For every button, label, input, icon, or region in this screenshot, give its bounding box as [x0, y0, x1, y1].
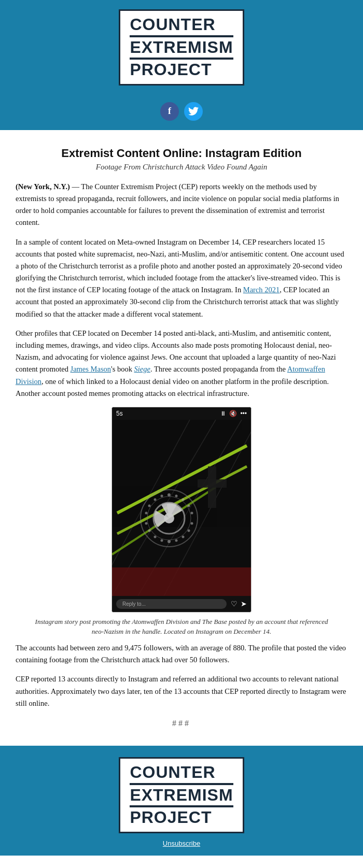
- logo-line2: EXTREMISM: [130, 39, 233, 56]
- footer-logo: COUNTER EXTREMISM PROJECT: [119, 757, 244, 833]
- reaction-icons: ♡ ➤: [231, 600, 247, 608]
- paragraph-4: The accounts had between zero and 9,475 …: [16, 642, 347, 666]
- article-body: Extremist Content Online: Instagram Edit…: [0, 141, 363, 746]
- siege-link[interactable]: Siege: [134, 365, 150, 373]
- logo-line3: PROJECT: [130, 61, 233, 79]
- logo: COUNTER EXTREMISM PROJECT: [119, 9, 244, 86]
- svg-point-20: [148, 504, 151, 507]
- footer-logo-line2: EXTREMISM: [130, 787, 233, 804]
- volume-icon: 🔇: [229, 410, 237, 417]
- svg-rect-9: [198, 479, 227, 488]
- facebook-icon[interactable]: f: [160, 102, 179, 121]
- logo-divider2: [130, 58, 233, 60]
- paragraph-3: Other profiles that CEP located on Decem…: [16, 328, 347, 400]
- para3-part2: 's book: [111, 365, 134, 373]
- insta-top-bar: 5s ⏸ 🔇 •••: [112, 407, 251, 420]
- svg-point-14: [167, 493, 171, 496]
- svg-point-25: [188, 529, 190, 532]
- facebook-label: f: [168, 106, 171, 117]
- insta-image-svg: [112, 420, 252, 596]
- svg-point-29: [175, 539, 178, 542]
- separator: ###: [16, 719, 347, 728]
- insta-icons: ⏸ 🔇 •••: [220, 410, 247, 417]
- svg-point-30: [161, 539, 163, 542]
- insta-bottom-bar: Reply to... ♡ ➤: [112, 596, 251, 612]
- svg-point-22: [145, 511, 148, 514]
- page-footer: COUNTER EXTREMISM PROJECT Unsubscribe: [0, 746, 363, 856]
- svg-point-16: [161, 494, 163, 497]
- twitter-bird-icon: [188, 107, 199, 116]
- article-subtitle: Footage From Christchurch Attack Video F…: [16, 163, 347, 172]
- svg-point-19: [188, 504, 190, 507]
- article-title: Extremist Content Online: Instagram Edit…: [16, 147, 347, 160]
- svg-point-27: [182, 535, 185, 538]
- send-icon: ➤: [241, 600, 247, 608]
- insta-image-area: [112, 420, 252, 596]
- march-2021-link[interactable]: March 2021: [243, 286, 280, 294]
- svg-point-21: [191, 511, 193, 514]
- svg-point-31: [167, 540, 171, 543]
- image-caption: Instagram story post promoting the Atomw…: [31, 617, 332, 637]
- reply-placeholder: Reply to...: [122, 601, 146, 607]
- spacer: [0, 130, 363, 141]
- footer-logo-line3: PROJECT: [130, 809, 233, 827]
- footer-logo-divider2: [130, 805, 233, 807]
- footer-logo-line1: COUNTER: [130, 764, 233, 781]
- svg-point-15: [175, 494, 178, 497]
- page-header: COUNTER EXTREMISM PROJECT: [0, 0, 363, 95]
- svg-point-18: [154, 498, 157, 501]
- reply-box[interactable]: Reply to...: [116, 599, 227, 609]
- unsubscribe-link[interactable]: Unsubscribe: [163, 839, 200, 847]
- instagram-screenshot: 5s ⏸ 🔇 •••: [111, 407, 252, 613]
- logo-divider1: [130, 35, 233, 37]
- logo-line1: COUNTER: [130, 16, 233, 34]
- paragraph-intro: (New York, N.Y.) — The Counter Extremism…: [16, 181, 347, 229]
- svg-point-24: [145, 522, 148, 524]
- social-bar: f: [0, 95, 363, 130]
- more-icon: •••: [240, 410, 247, 417]
- svg-point-28: [154, 535, 157, 538]
- paragraph-2: In a sample of content located on Meta-o…: [16, 236, 347, 320]
- image-section: 5s ⏸ 🔇 •••: [16, 407, 347, 637]
- svg-rect-32: [112, 567, 252, 596]
- footer-logo-divider1: [130, 783, 233, 785]
- twitter-icon[interactable]: [184, 102, 203, 121]
- svg-point-17: [182, 498, 185, 501]
- pause-icon: ⏸: [220, 410, 226, 417]
- paragraph-5: CEP reported 13 accounts directly to Ins…: [16, 673, 347, 709]
- heart-icon: ♡: [231, 600, 238, 608]
- story-timer: 5s: [116, 410, 123, 417]
- byline-city: (New York, N.Y.): [16, 182, 70, 191]
- para3-part4: , one of which linked to a Holocaust den…: [16, 377, 329, 397]
- svg-point-26: [148, 529, 151, 532]
- james-mason-link[interactable]: James Mason: [71, 365, 111, 373]
- svg-point-23: [191, 522, 193, 524]
- para3-part3: . Three accounts posted propaganda from …: [150, 365, 287, 373]
